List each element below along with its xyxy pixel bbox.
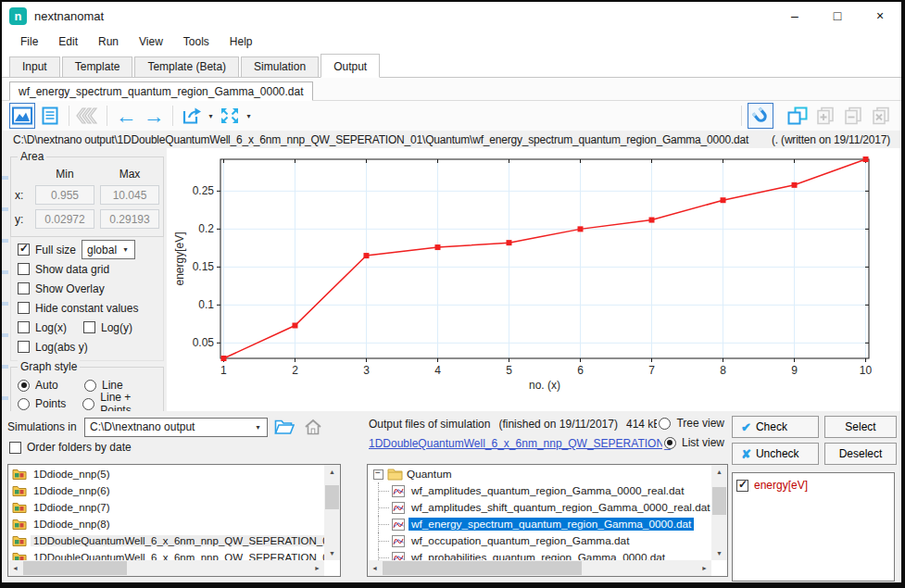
folder-icon <box>12 468 27 481</box>
splitter-handle[interactable] <box>2 148 8 411</box>
order-folders-checkbox[interactable]: Order folders by date <box>7 438 343 457</box>
x-min-field[interactable]: 0.955 <box>35 185 94 205</box>
chevron-down-icon <box>254 423 262 432</box>
radio-button[interactable] <box>18 398 30 410</box>
fullscreen-dropdown-caret[interactable] <box>245 112 253 120</box>
checkbox-box[interactable] <box>18 244 30 256</box>
folder-item[interactable]: 1Ddiode_nnp(7) <box>9 499 324 516</box>
folder-item[interactable]: 1Ddiode_nnp(6) <box>9 482 324 499</box>
menu-help[interactable]: Help <box>220 35 263 48</box>
tree-file-row[interactable]: wf_amplitudes_quantum_region_Gamma_0000_… <box>369 482 711 499</box>
export-button[interactable] <box>179 103 205 129</box>
checkbox-box[interactable] <box>9 442 21 454</box>
checkbox-box[interactable] <box>18 302 30 314</box>
tree-view-radio[interactable]: Tree view <box>657 417 724 430</box>
scroll-left-icon[interactable] <box>368 560 382 576</box>
checkbox-box[interactable] <box>736 480 748 492</box>
scroll-thumb[interactable] <box>325 485 339 509</box>
radio-button[interactable] <box>664 437 676 449</box>
horizontal-scrollbar[interactable] <box>368 560 711 576</box>
tree-file-row-selected[interactable]: wf_energy_spectrum_quantum_region_Gamma_… <box>369 516 711 532</box>
forward-button[interactable]: → <box>141 103 167 129</box>
show-overlay-checkbox[interactable]: Show Overlay <box>11 279 163 298</box>
deselect-button[interactable]: Deselect <box>824 443 897 465</box>
radio-button[interactable] <box>18 380 30 392</box>
scroll-thumb[interactable] <box>383 561 582 575</box>
radio-points[interactable]: Points <box>18 397 82 410</box>
vertical-scrollbar[interactable] <box>711 465 727 560</box>
tab-input[interactable]: Input <box>9 56 60 77</box>
tab-template[interactable]: Template <box>62 56 133 77</box>
checkbox-box[interactable] <box>18 341 30 353</box>
menu-edit[interactable]: Edit <box>48 35 88 48</box>
tab-template-beta[interactable]: Template (Beta) <box>134 56 239 77</box>
tree-file-row[interactable]: wf_probabilities_quantum_region_Gamma_00… <box>369 549 711 560</box>
graph-view-button[interactable] <box>9 103 35 129</box>
minimize-button[interactable]: – <box>773 2 816 30</box>
y-max-field[interactable]: 0.29193 <box>100 209 159 229</box>
log-x-checkbox[interactable] <box>18 321 30 333</box>
menu-tools[interactable]: Tools <box>173 35 220 48</box>
export-dropdown-caret[interactable] <box>207 112 215 120</box>
scroll-left-icon[interactable] <box>8 560 22 576</box>
maximize-button[interactable]: □ <box>816 2 859 30</box>
tree-folder-row[interactable]: Quantum <box>369 466 711 482</box>
tab-output[interactable]: Output <box>321 54 380 78</box>
checkbox-box[interactable] <box>18 263 30 275</box>
uncheck-button[interactable]: Uncheck <box>732 443 819 465</box>
scroll-up-icon[interactable] <box>711 465 727 479</box>
x-max-field[interactable]: 10.045 <box>100 185 159 205</box>
copy-pages-button[interactable] <box>785 103 811 129</box>
scroll-down-icon[interactable] <box>711 546 727 560</box>
y-min-field[interactable]: 0.02972 <box>35 209 94 229</box>
full-size-checkbox[interactable]: Full size global <box>11 240 163 259</box>
simulation-link[interactable]: 1DDoubleQuantumWell_6_x_6nm_nnp_QW_SEPER… <box>369 437 683 450</box>
folder-item[interactable]: 1Ddiode_nnp(5) <box>9 466 324 482</box>
radio-button[interactable] <box>659 418 671 430</box>
collapse-expander-icon[interactable] <box>373 469 383 480</box>
scroll-thumb[interactable] <box>23 561 127 575</box>
radio-line[interactable]: Line <box>84 379 123 392</box>
scroll-thumb[interactable] <box>712 487 726 515</box>
folder-name: 1Ddiode_nnp(7) <box>31 502 112 513</box>
folder-item[interactable]: 1Ddiode_nnp(8) <box>9 516 324 532</box>
select-button[interactable]: Select <box>824 416 897 438</box>
horizontal-scrollbar[interactable] <box>8 560 324 576</box>
checkbox-box[interactable] <box>18 282 30 294</box>
radio-auto[interactable]: Auto <box>18 379 84 392</box>
show-data-grid-checkbox[interactable]: Show data grid <box>11 259 163 279</box>
text-view-button[interactable] <box>37 103 63 129</box>
log-y-checkbox[interactable] <box>83 321 95 333</box>
folder-item-selected[interactable]: 1DDoubleQuantumWell_6_x_6nm_nnp_QW_SEPER… <box>9 532 324 549</box>
tree-file-row[interactable]: wf_occupation_quantum_region_Gamma.dat <box>369 532 711 549</box>
scope-combobox[interactable]: global <box>82 240 135 259</box>
log-abs-y-checkbox[interactable]: Log(abs y) <box>11 337 163 357</box>
scroll-down-icon[interactable] <box>324 546 340 560</box>
svg-text:10: 10 <box>860 364 873 377</box>
tab-simulation[interactable]: Simulation <box>241 56 319 77</box>
browse-folder-button[interactable] <box>272 416 296 438</box>
scroll-right-icon[interactable] <box>310 560 324 576</box>
home-button[interactable] <box>301 416 325 438</box>
scroll-right-icon[interactable] <box>698 560 711 576</box>
radio-button[interactable] <box>84 380 96 392</box>
open-file-tab[interactable]: wf_energy_spectrum_quantum_region_Gamma_… <box>9 81 313 101</box>
fullscreen-button[interactable] <box>217 103 243 129</box>
simulations-path-combobox[interactable]: C:\D\nextnano output <box>84 418 268 437</box>
menu-file[interactable]: File <box>10 35 48 48</box>
list-view-radio[interactable]: List view <box>662 436 724 449</box>
close-button[interactable]: × <box>859 2 901 30</box>
menu-view[interactable]: View <box>129 35 173 48</box>
vertical-scrollbar[interactable] <box>324 465 340 560</box>
radio-button[interactable] <box>82 398 94 410</box>
back-button[interactable]: ← <box>113 103 139 129</box>
scroll-up-icon[interactable] <box>324 465 340 479</box>
check-button[interactable]: Check <box>732 416 819 438</box>
menu-run[interactable]: Run <box>88 35 129 48</box>
log-xy-row: Log(x) Log(y) <box>11 318 163 337</box>
snap-magnet-button[interactable] <box>748 103 773 129</box>
tree-file-row[interactable]: wf_amplitudes_shift_quantum_region_Gamma… <box>369 499 711 516</box>
dataset-item-energy[interactable]: energy[eV] <box>736 478 890 493</box>
folder-item[interactable]: 1DDoubleQuantumWell_6_x_6nm_nnp_QW_SEPER… <box>9 549 324 560</box>
hide-constant-values-checkbox[interactable]: Hide constant values <box>11 298 163 318</box>
